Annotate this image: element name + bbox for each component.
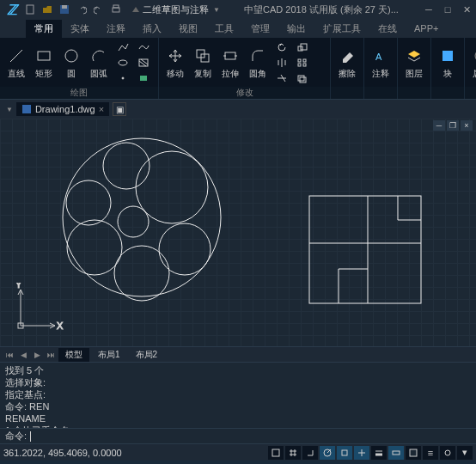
move-button[interactable]: 移动 [162, 46, 188, 80]
layout-2[interactable]: 布局2 [129, 348, 165, 362]
layout-prev[interactable]: ◀ [17, 349, 29, 361]
workspace-selector[interactable]: 二维草图与注释 ▼ [132, 3, 220, 16]
svg-rect-64 [410, 449, 417, 456]
erase-button[interactable]: 擦除 [334, 46, 360, 80]
block-button[interactable]: 块 [435, 46, 461, 80]
svg-rect-63 [393, 451, 400, 455]
tab-online[interactable]: 在线 [369, 20, 406, 38]
document-tabs: ▼ Drawing1.dwg × ▣ [0, 100, 476, 119]
circle-button[interactable]: 圆 [58, 46, 84, 80]
layout-next[interactable]: ▶ [31, 349, 43, 361]
cmd-line: 命令: REN [5, 400, 471, 412]
layout-1[interactable]: 布局1 [91, 348, 127, 362]
svg-point-39 [67, 220, 122, 275]
grid-toggle[interactable] [285, 446, 301, 460]
panel-block: 块 [431, 38, 465, 99]
panel-draw: 直线 矩形 圆 圆弧 绘图 [0, 38, 159, 99]
cycle-toggle[interactable] [440, 446, 455, 460]
draw-stack2 [134, 40, 153, 85]
tab-tools[interactable]: 工具 [206, 20, 242, 38]
modify-stack2 [293, 40, 312, 85]
lwt-toggle[interactable] [371, 446, 387, 460]
layer-button[interactable]: 图层 [401, 46, 427, 80]
tab-annotate[interactable]: 注释 [98, 20, 134, 38]
snap-toggle[interactable] [268, 446, 284, 460]
tab-manage[interactable]: 管理 [242, 20, 278, 38]
mirror-icon[interactable] [272, 56, 291, 70]
palette-icon [471, 46, 476, 66]
stretch-button[interactable]: 拉伸 [217, 46, 243, 80]
tab-solid[interactable]: 实体 [62, 20, 98, 38]
trim-icon[interactable] [272, 71, 291, 85]
doctab-close[interactable]: × [99, 104, 104, 114]
layout-tabs: ⏮ ◀ ▶ ⏭ 模型 布局1 布局2 [0, 346, 476, 362]
polyline-icon[interactable] [113, 40, 132, 54]
doc-minimize[interactable]: ─ [433, 120, 445, 131]
more-toggle[interactable]: ▾ [457, 446, 473, 460]
arc-button[interactable]: 圆弧 [86, 46, 112, 80]
menu-toggle[interactable]: ≡ [423, 446, 438, 460]
svg-rect-55 [272, 449, 279, 456]
svg-rect-16 [225, 52, 235, 59]
line-button[interactable]: 直线 [3, 46, 29, 80]
polar-toggle[interactable] [320, 446, 335, 460]
fillet-button[interactable]: 圆角 [245, 46, 271, 80]
tab-common[interactable]: 常用 [26, 20, 62, 38]
layout-model[interactable]: 模型 [58, 348, 89, 362]
doctab-dropdown[interactable]: ▼ [6, 106, 13, 113]
point-icon[interactable] [113, 71, 132, 85]
tab-insert[interactable]: 插入 [134, 20, 170, 38]
hatch-icon[interactable] [134, 56, 153, 70]
ortho-toggle[interactable] [302, 446, 318, 460]
new-icon[interactable] [24, 3, 36, 15]
maximize-button[interactable]: □ [442, 3, 454, 15]
svg-rect-4 [113, 5, 119, 8]
doc-window-controls: ─ ❐ × [433, 120, 473, 131]
ribbon-tabs: 常用 实体 注释 插入 视图 工具 管理 输出 扩展工具 在线 APP+ [0, 19, 476, 38]
region-icon[interactable] [134, 71, 153, 85]
redo-icon[interactable] [93, 3, 105, 15]
array-icon[interactable] [293, 56, 312, 70]
open-icon[interactable] [41, 3, 53, 15]
layout-last[interactable]: ⏭ [45, 349, 57, 361]
doctab-new[interactable]: ▣ [113, 102, 126, 116]
otrack-toggle[interactable] [354, 446, 369, 460]
osnap-toggle[interactable] [337, 446, 352, 460]
svg-rect-58 [342, 450, 347, 455]
layout-first[interactable]: ⏮ [3, 349, 15, 361]
minimize-button[interactable]: ─ [423, 3, 435, 15]
doctab-drawing1[interactable]: Drawing1.dwg × [16, 102, 109, 116]
tab-extend[interactable]: 扩展工具 [314, 20, 369, 38]
ellipse-icon[interactable] [113, 56, 132, 70]
command-input-line[interactable]: 命令: [0, 428, 476, 443]
svg-point-42 [118, 206, 149, 237]
panel-layer: 图层 [398, 38, 431, 99]
tab-app[interactable]: APP+ [406, 21, 447, 36]
rotate-icon[interactable] [272, 40, 291, 54]
panel-modify: 移动 复制 拉伸 圆角 修改 [159, 38, 331, 99]
annotate-button[interactable]: A注释 [368, 46, 394, 80]
doc-close[interactable]: × [461, 120, 473, 131]
undo-icon[interactable] [76, 3, 88, 15]
svg-point-37 [136, 151, 208, 223]
doc-restore[interactable]: ❐ [447, 120, 459, 131]
props-button[interactable]: 属性 [468, 46, 476, 80]
model-toggle[interactable] [406, 446, 421, 460]
copy-button[interactable]: 复制 [190, 46, 216, 80]
offset-icon[interactable] [293, 71, 312, 85]
print-icon[interactable] [110, 3, 122, 15]
drawing-canvas[interactable]: ─ ❐ × Y X [0, 119, 476, 346]
tab-output[interactable]: 输出 [278, 20, 314, 38]
save-icon[interactable] [58, 3, 70, 15]
command-input[interactable] [34, 431, 471, 442]
tab-view[interactable]: 视图 [170, 20, 206, 38]
scale-icon[interactable] [293, 40, 312, 54]
quick-access-toolbar [24, 3, 122, 15]
svg-point-8 [119, 60, 127, 65]
close-button[interactable]: ✕ [461, 3, 473, 15]
rect-button[interactable]: 矩形 [31, 46, 57, 80]
panel-modify-label: 修改 [159, 87, 330, 99]
dyn-toggle[interactable] [388, 446, 404, 460]
svg-line-12 [141, 59, 148, 64]
spline-icon[interactable] [134, 40, 153, 54]
